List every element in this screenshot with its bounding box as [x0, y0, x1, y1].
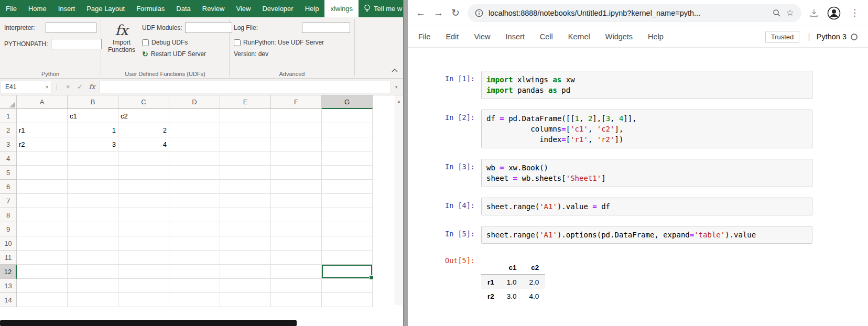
- cell-B14[interactable]: [68, 293, 118, 307]
- cell-B5[interactable]: [68, 166, 118, 180]
- cell-D1[interactable]: [169, 109, 220, 123]
- trusted-button[interactable]: Trusted: [765, 31, 800, 43]
- cell-G8[interactable]: [322, 208, 373, 222]
- bookmark-star-icon[interactable]: ☆: [786, 8, 794, 17]
- cell-F11[interactable]: [271, 251, 322, 265]
- cell-F3[interactable]: [271, 137, 322, 151]
- cell-G6[interactable]: [322, 180, 373, 194]
- download-icon[interactable]: [809, 8, 819, 18]
- menu-tab-help[interactable]: Help: [299, 0, 325, 17]
- menu-tab-view[interactable]: View: [230, 0, 256, 17]
- vertical-scrollbar[interactable]: ▲: [395, 95, 403, 305]
- site-info-icon[interactable]: [475, 9, 483, 17]
- debug-udfs-row[interactable]: Debug UDFs: [142, 39, 232, 46]
- cell-G7[interactable]: [322, 194, 373, 208]
- cell-A10[interactable]: [17, 236, 68, 251]
- cell-C4[interactable]: [118, 151, 169, 166]
- row-header-6[interactable]: 6: [0, 180, 17, 194]
- cell-F7[interactable]: [271, 194, 322, 208]
- cell-A2[interactable]: r1: [17, 123, 68, 137]
- jupyter-menu-help[interactable]: Help: [648, 32, 664, 41]
- cell-B6[interactable]: [68, 180, 118, 194]
- cell-C8[interactable]: [118, 208, 169, 222]
- cell-A4[interactable]: [17, 151, 68, 166]
- url-text[interactable]: localhost:8888/notebooks/Untitled1.ipynb…: [489, 9, 767, 17]
- cell-C14[interactable]: [118, 293, 169, 307]
- enter-icon[interactable]: ✓: [74, 83, 86, 91]
- column-header-c[interactable]: C: [118, 95, 169, 109]
- cell-F10[interactable]: [271, 236, 322, 251]
- insert-function-icon[interactable]: fx: [86, 83, 98, 91]
- code-cell[interactable]: In [5]:sheet.range('A1').options(pd.Data…: [408, 226, 812, 244]
- row-header-11[interactable]: 11: [0, 251, 17, 265]
- cell-D14[interactable]: [169, 293, 220, 307]
- cell-F6[interactable]: [271, 180, 322, 194]
- cell-D4[interactable]: [169, 151, 220, 166]
- cell-F8[interactable]: [271, 208, 322, 222]
- udf-modules-input[interactable]: [185, 23, 232, 33]
- share-button[interactable]: [407, 0, 428, 17]
- cell-E9[interactable]: [220, 222, 271, 236]
- code-editor[interactable]: sheet.range('A1').options(pd.DataFrame, …: [481, 226, 812, 244]
- output-cell[interactable]: Out[5]:c1c2r11.02.0r23.04.0: [408, 254, 812, 303]
- column-header-d[interactable]: D: [169, 95, 220, 109]
- cell-E12[interactable]: [220, 265, 271, 279]
- cell-G4[interactable]: [322, 151, 373, 166]
- column-header-a[interactable]: A: [17, 95, 68, 109]
- cell-A5[interactable]: [17, 166, 68, 180]
- cell-G10[interactable]: [322, 236, 373, 251]
- scroll-up-icon[interactable]: ▲: [397, 99, 401, 305]
- cell-E5[interactable]: [220, 166, 271, 180]
- cell-D13[interactable]: [169, 279, 220, 293]
- cell-G2[interactable]: [322, 123, 373, 137]
- code-cell[interactable]: In [1]:import xlwings as xwimport pandas…: [408, 71, 812, 99]
- cell-E11[interactable]: [220, 251, 271, 265]
- menu-tab-file[interactable]: File: [0, 0, 23, 17]
- cell-B13[interactable]: [68, 279, 118, 293]
- jupyter-menu-edit[interactable]: Edit: [446, 32, 459, 41]
- cell-A11[interactable]: [17, 251, 68, 265]
- menu-tab-developer[interactable]: Developer: [256, 0, 299, 17]
- cell-A6[interactable]: [17, 180, 68, 194]
- cell-E1[interactable]: [220, 109, 271, 123]
- column-header-g[interactable]: G: [322, 95, 373, 109]
- cell-A9[interactable]: [17, 222, 68, 236]
- row-header-14[interactable]: 14: [0, 293, 17, 307]
- row-header-1[interactable]: 1: [0, 109, 17, 123]
- cell-A7[interactable]: [17, 194, 68, 208]
- cell-A3[interactable]: r2: [17, 137, 68, 151]
- cell-B4[interactable]: [68, 151, 118, 166]
- cell-B7[interactable]: [68, 194, 118, 208]
- cell-E8[interactable]: [220, 208, 271, 222]
- restart-udf-server-button[interactable]: ↻ Restart UDF Server: [142, 50, 232, 58]
- cell-A13[interactable]: [17, 279, 68, 293]
- cell-G13[interactable]: [322, 279, 373, 293]
- cell-D12[interactable]: [169, 265, 220, 279]
- address-bar[interactable]: localhost:8888/notebooks/Untitled1.ipynb…: [468, 4, 801, 22]
- column-header-f[interactable]: F: [271, 95, 322, 109]
- cell-F1[interactable]: [271, 109, 322, 123]
- menu-tab-xlwings[interactable]: xlwings: [324, 0, 359, 17]
- code-cell[interactable]: In [3]:wb = xw.Book()sheet = wb.sheets['…: [408, 159, 812, 187]
- jupyter-menu-file[interactable]: File: [418, 32, 430, 41]
- cell-B1[interactable]: c1: [68, 109, 118, 123]
- zoom-icon[interactable]: [773, 9, 781, 17]
- cell-C1[interactable]: c2: [118, 109, 169, 123]
- jupyter-menu-cell[interactable]: Cell: [540, 32, 553, 41]
- cell-B2[interactable]: 1: [68, 123, 118, 137]
- name-box-dropdown-icon[interactable]: ▾: [42, 84, 48, 90]
- cell-D7[interactable]: [169, 194, 220, 208]
- cell-E4[interactable]: [220, 151, 271, 166]
- debug-udfs-checkbox[interactable]: [142, 39, 149, 46]
- cell-C10[interactable]: [118, 236, 169, 251]
- cell-C12[interactable]: [118, 265, 169, 279]
- cell-A12[interactable]: [17, 265, 68, 279]
- cell-B3[interactable]: 3: [68, 137, 118, 151]
- cell-G5[interactable]: [322, 166, 373, 180]
- code-editor[interactable]: wb = xw.Book()sheet = wb.sheets['Sheet1'…: [481, 159, 812, 187]
- cell-C11[interactable]: [118, 251, 169, 265]
- collapse-ribbon-button[interactable]: [392, 67, 398, 74]
- code-editor[interactable]: sheet.range('A1').value = df: [481, 198, 812, 215]
- formula-bar-expand-icon[interactable]: ▾: [391, 84, 402, 90]
- column-header-e[interactable]: E: [220, 95, 271, 109]
